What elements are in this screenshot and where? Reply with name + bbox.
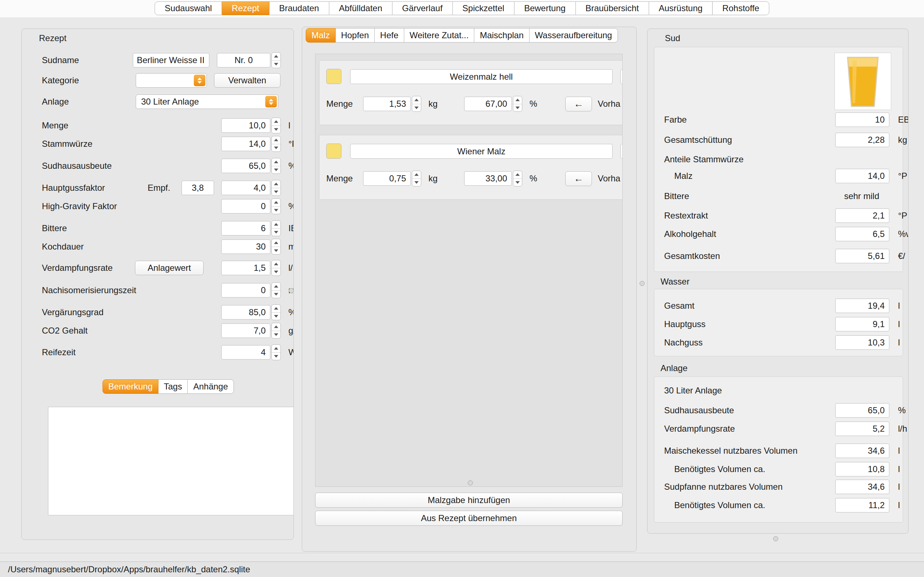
sudname-input[interactable]: Berliner Weisse II bbox=[133, 53, 209, 68]
stepper-up-icon[interactable] bbox=[272, 239, 281, 247]
high-gravity-stepper[interactable] bbox=[271, 198, 281, 214]
malt-percent-stepper[interactable] bbox=[513, 96, 522, 112]
anlagewert-button[interactable]: Anlagewert bbox=[135, 261, 204, 275]
tab-abfuelldaten[interactable]: Abfülldaten bbox=[329, 2, 393, 15]
tab-weitere-zutaten[interactable]: Weitere Zutat... bbox=[404, 28, 475, 43]
left-arrow-button[interactable]: ← bbox=[565, 97, 592, 111]
tab-hefe[interactable]: Hefe bbox=[374, 28, 404, 43]
stepper-down-icon[interactable] bbox=[272, 268, 281, 276]
sudhausausbeute-field[interactable]: 65,0 bbox=[221, 159, 270, 173]
stepper-down-icon[interactable] bbox=[412, 179, 421, 187]
sud-number-stepper[interactable] bbox=[271, 52, 281, 68]
co2-stepper[interactable] bbox=[271, 323, 281, 338]
verdampfungsrate-stepper[interactable] bbox=[271, 260, 281, 276]
bittere-field[interactable]: 6 bbox=[221, 221, 270, 235]
reifezeit-stepper[interactable] bbox=[271, 344, 281, 360]
stepper-down-icon[interactable] bbox=[272, 126, 281, 134]
malt-extra-field[interactable] bbox=[620, 144, 623, 159]
splitter-handle[interactable] bbox=[289, 288, 294, 293]
stammwuerze-stepper[interactable] bbox=[271, 136, 281, 152]
menge-stepper[interactable] bbox=[271, 118, 281, 134]
stepper-up-icon[interactable] bbox=[412, 171, 421, 179]
malt-percent-field[interactable]: 67,00 bbox=[464, 97, 512, 111]
tab-spickzettel[interactable]: Spickzettel bbox=[452, 2, 514, 15]
stepper-down-icon[interactable] bbox=[272, 229, 281, 236]
tab-malz[interactable]: Malz bbox=[306, 28, 336, 43]
malt-menge-stepper[interactable] bbox=[412, 171, 421, 187]
malt-menge-stepper[interactable] bbox=[412, 96, 421, 112]
reifezeit-field[interactable]: 4 bbox=[221, 345, 270, 359]
bemerkung-textarea[interactable] bbox=[48, 407, 294, 515]
hauptgussfaktor-field[interactable]: 4,0 bbox=[221, 181, 270, 195]
tab-maischplan[interactable]: Maischplan bbox=[474, 28, 529, 43]
malt-percent-field[interactable]: 33,00 bbox=[464, 171, 512, 186]
stepper-up-icon[interactable] bbox=[513, 96, 522, 104]
stepper-down-icon[interactable] bbox=[272, 313, 281, 320]
malt-color-swatch[interactable] bbox=[326, 143, 341, 159]
malt-menge-field[interactable]: 1,53 bbox=[363, 97, 411, 111]
splitter-handle[interactable] bbox=[468, 480, 473, 485]
verwalten-button[interactable]: Verwalten bbox=[214, 73, 281, 88]
stepper-up-icon[interactable] bbox=[513, 171, 522, 179]
stepper-down-icon[interactable] bbox=[272, 331, 281, 338]
splitter-handle[interactable] bbox=[640, 281, 645, 286]
tab-rohstoffe[interactable]: Rohstoffe bbox=[712, 2, 769, 15]
anlage-popup[interactable]: 30 Liter Anlage bbox=[136, 95, 278, 109]
tab-anhaenge[interactable]: Anhänge bbox=[187, 379, 234, 394]
stepper-up-icon[interactable] bbox=[272, 305, 281, 313]
malt-name-field[interactable]: Wiener Malz bbox=[350, 144, 612, 159]
tab-brauuebersicht[interactable]: Brauübersicht bbox=[575, 2, 649, 15]
stepper-down-icon[interactable] bbox=[272, 144, 281, 152]
stepper-up-icon[interactable] bbox=[272, 118, 281, 126]
tab-hopfen[interactable]: Hopfen bbox=[335, 28, 375, 43]
left-arrow-button[interactable]: ← bbox=[565, 171, 592, 186]
stepper-up-icon[interactable] bbox=[272, 323, 281, 331]
stepper-down-icon[interactable] bbox=[513, 104, 522, 112]
stepper-up-icon[interactable] bbox=[412, 96, 421, 104]
high-gravity-field[interactable]: 0 bbox=[221, 199, 270, 213]
tab-ausruestung[interactable]: Ausrüstung bbox=[649, 2, 712, 15]
malt-name-field[interactable]: Weizenmalz hell bbox=[350, 69, 612, 84]
malt-menge-field[interactable]: 0,75 bbox=[363, 171, 411, 186]
tab-bemerkung[interactable]: Bemerkung bbox=[102, 379, 158, 394]
malt-extra-field[interactable] bbox=[620, 69, 623, 84]
stepper-down-icon[interactable] bbox=[272, 291, 281, 298]
sud-number-field[interactable]: Nr. 0 bbox=[217, 53, 270, 68]
stepper-down-icon[interactable] bbox=[272, 188, 281, 196]
malt-percent-stepper[interactable] bbox=[513, 171, 522, 187]
vergaerungsgrad-field[interactable]: 85,0 bbox=[221, 305, 270, 319]
co2-field[interactable]: 7,0 bbox=[221, 324, 270, 338]
tab-bewertung[interactable]: Bewertung bbox=[514, 2, 576, 15]
tab-sudauswahl[interactable]: Sudauswahl bbox=[155, 2, 222, 15]
hauptgussfaktor-stepper[interactable] bbox=[271, 180, 281, 196]
bittere-stepper[interactable] bbox=[271, 220, 281, 236]
sudhausausbeute-stepper[interactable] bbox=[271, 158, 281, 174]
nachisomerisierungszeit-field[interactable]: 0 bbox=[221, 283, 270, 298]
stepper-up-icon[interactable] bbox=[272, 53, 281, 61]
tab-tags[interactable]: Tags bbox=[158, 379, 188, 394]
verdampfungsrate-field[interactable]: 1,5 bbox=[221, 261, 270, 275]
from-recipe-button[interactable]: Aus Rezept übernehmen bbox=[315, 511, 623, 526]
malt-color-swatch[interactable] bbox=[326, 69, 341, 84]
stepper-down-icon[interactable] bbox=[272, 166, 281, 174]
stepper-up-icon[interactable] bbox=[272, 199, 281, 206]
stepper-up-icon[interactable] bbox=[272, 180, 281, 188]
vergaerungsgrad-stepper[interactable] bbox=[271, 305, 281, 320]
stepper-down-icon[interactable] bbox=[272, 61, 281, 68]
tab-gaerverlauf[interactable]: Gärverlauf bbox=[392, 2, 452, 15]
add-malt-button[interactable]: Malzgabe hinzufügen bbox=[315, 493, 623, 508]
chevron-up-down-icon[interactable] bbox=[194, 75, 205, 86]
kategorie-popup[interactable] bbox=[136, 73, 207, 88]
chevron-up-down-icon[interactable] bbox=[265, 96, 277, 108]
nachisomerisierungszeit-stepper[interactable] bbox=[271, 282, 281, 298]
stepper-down-icon[interactable] bbox=[272, 247, 281, 255]
splitter-handle[interactable] bbox=[773, 536, 778, 541]
stepper-up-icon[interactable] bbox=[272, 136, 281, 144]
stepper-down-icon[interactable] bbox=[272, 353, 281, 360]
kochdauer-stepper[interactable] bbox=[271, 239, 281, 255]
stepper-up-icon[interactable] bbox=[272, 345, 281, 353]
stepper-down-icon[interactable] bbox=[412, 104, 421, 112]
stepper-up-icon[interactable] bbox=[272, 260, 281, 268]
tab-rezept[interactable]: Rezept bbox=[221, 2, 269, 15]
stepper-down-icon[interactable] bbox=[513, 179, 522, 187]
